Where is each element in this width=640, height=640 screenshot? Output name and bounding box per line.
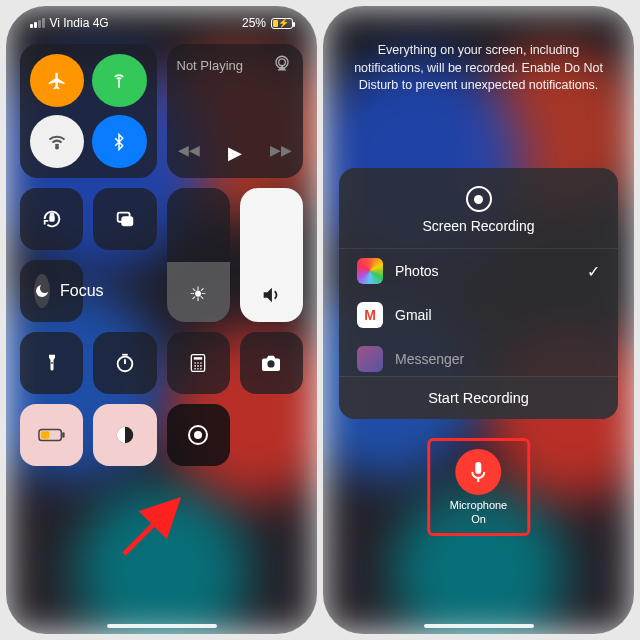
mic-state: On (471, 513, 486, 525)
sheet-title: Screen Recording (339, 218, 618, 234)
low-power-mode-button[interactable] (20, 404, 83, 466)
messenger-app-icon (357, 346, 383, 372)
svg-point-10 (194, 362, 196, 364)
calculator-button[interactable] (167, 332, 230, 394)
svg-rect-22 (62, 432, 64, 438)
screenshot-recording-sheet: Everything on your screen, including not… (323, 6, 634, 634)
home-indicator[interactable] (424, 624, 534, 628)
timer-icon (114, 352, 136, 374)
cellular-data-toggle[interactable] (92, 54, 146, 107)
flashlight-button[interactable] (20, 332, 83, 394)
mic-label: Microphone (450, 499, 507, 511)
media-tile[interactable]: Not Playing ◀◀ ▶ ▶▶ (167, 44, 304, 178)
bluetooth-toggle[interactable] (92, 115, 146, 168)
start-recording-button[interactable]: Start Recording (339, 376, 618, 419)
annotation-arrow (118, 490, 188, 560)
photos-app-icon (357, 258, 383, 284)
antenna-icon (109, 71, 129, 91)
svg-point-6 (51, 362, 53, 364)
app-row-gmail[interactable]: M Gmail (339, 293, 618, 337)
airplane-icon (47, 71, 67, 91)
svg-rect-26 (475, 462, 481, 474)
app-name: Gmail (395, 307, 432, 323)
volume-icon (260, 284, 282, 306)
checkmark-icon: ✓ (587, 262, 600, 281)
gmail-app-icon: M (357, 302, 383, 328)
status-bar: Vi India 4G 25% ⚡ (20, 6, 303, 36)
microphone-icon (468, 460, 488, 484)
dark-mode-button[interactable] (93, 404, 156, 466)
moon-icon (34, 274, 50, 308)
microphone-toggle[interactable] (455, 449, 501, 495)
airplane-mode-toggle[interactable] (30, 54, 84, 107)
wifi-icon (47, 132, 67, 152)
record-icon (466, 186, 492, 212)
svg-point-16 (194, 368, 196, 370)
app-name: Photos (395, 263, 439, 279)
airplay-icon[interactable] (273, 54, 291, 72)
home-indicator[interactable] (107, 624, 217, 628)
svg-rect-3 (50, 216, 54, 221)
focus-label: Focus (60, 282, 104, 300)
app-name: Messenger (395, 351, 464, 367)
signal-bars-icon (30, 18, 45, 28)
svg-point-13 (194, 365, 196, 367)
svg-point-0 (56, 146, 58, 148)
media-play-button[interactable]: ▶ (228, 142, 242, 164)
svg-point-19 (268, 360, 275, 367)
media-next-button[interactable]: ▶▶ (270, 142, 292, 164)
svg-rect-9 (194, 357, 202, 360)
app-row-messenger[interactable]: Messenger (339, 337, 618, 376)
screenshot-control-center: Vi India 4G 25% ⚡ (6, 6, 317, 634)
svg-point-17 (197, 368, 199, 370)
svg-point-7 (118, 357, 133, 372)
record-icon (186, 423, 210, 447)
orientation-lock-button[interactable] (20, 188, 83, 250)
focus-button[interactable]: Focus (20, 260, 83, 322)
brightness-icon: ☀ (189, 282, 207, 306)
flashlight-icon (43, 352, 61, 374)
camera-button[interactable] (240, 332, 303, 394)
battery-pct: 25% (242, 16, 266, 30)
camera-icon (260, 354, 282, 372)
screen-mirroring-icon (114, 208, 136, 230)
timer-button[interactable] (93, 332, 156, 394)
screen-mirroring-button[interactable] (93, 188, 156, 250)
screen-recording-button[interactable] (167, 404, 230, 466)
svg-rect-21 (40, 431, 48, 438)
dark-mode-icon (114, 424, 136, 446)
connectivity-group[interactable] (20, 44, 157, 178)
wifi-toggle[interactable] (30, 115, 84, 168)
annotation-highlight-box: Microphone On (427, 438, 530, 536)
svg-rect-5 (122, 217, 132, 225)
svg-point-25 (194, 431, 202, 439)
svg-point-18 (200, 368, 202, 370)
svg-point-11 (197, 362, 199, 364)
battery-icon: ⚡ (271, 18, 293, 29)
svg-point-12 (200, 362, 202, 364)
volume-slider[interactable] (240, 188, 303, 322)
svg-point-2 (279, 59, 286, 66)
recording-warning-text: Everything on your screen, including not… (323, 6, 634, 95)
brightness-slider[interactable]: ☀ (167, 188, 230, 322)
recording-sheet: Screen Recording Photos ✓ M Gmail Messen… (339, 168, 618, 419)
calculator-icon (189, 353, 207, 373)
app-row-photos[interactable]: Photos ✓ (339, 249, 618, 293)
carrier-label: Vi India 4G (50, 16, 109, 30)
bluetooth-icon (110, 133, 128, 151)
orientation-lock-icon (41, 208, 63, 230)
svg-point-15 (200, 365, 202, 367)
svg-point-14 (197, 365, 199, 367)
low-power-icon (38, 427, 66, 443)
media-prev-button[interactable]: ◀◀ (178, 142, 200, 164)
